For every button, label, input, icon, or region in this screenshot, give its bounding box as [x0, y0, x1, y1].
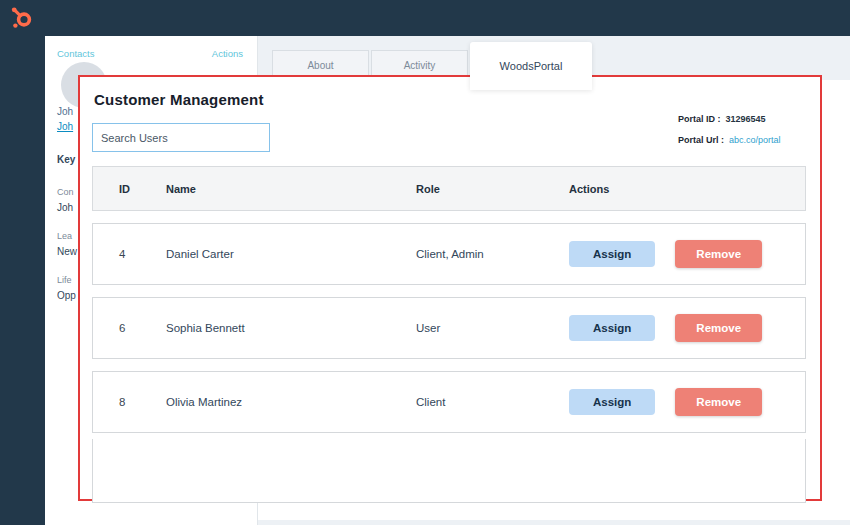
actions-menu[interactable]: Actions: [212, 48, 243, 59]
user-name: Olivia Martinez: [166, 396, 416, 408]
sidebar-header: Contacts Actions: [45, 36, 257, 59]
sidebar-field-value: Joh: [57, 202, 73, 213]
sidebar-field-value: New: [57, 246, 77, 257]
portal-url-link[interactable]: abc.co/portal: [729, 135, 781, 145]
column-header-role: Role: [416, 183, 569, 195]
portal-id-label: Portal ID :: [678, 114, 721, 124]
sidebar-field-value: Opp: [57, 290, 76, 301]
user-id: 6: [119, 322, 166, 334]
remove-button[interactable]: Remove: [675, 388, 762, 416]
table-empty-row: [92, 439, 806, 503]
sidebar-field-label: Con: [57, 187, 74, 197]
user-role: User: [416, 322, 569, 334]
remove-button[interactable]: Remove: [675, 314, 762, 342]
assign-button[interactable]: Assign: [569, 241, 655, 267]
column-header-id: ID: [119, 183, 166, 195]
assign-button[interactable]: Assign: [569, 315, 655, 341]
search-users-input[interactable]: [92, 123, 270, 152]
contacts-breadcrumb[interactable]: Contacts: [57, 48, 95, 59]
remove-button[interactable]: Remove: [675, 240, 762, 268]
user-name: Daniel Carter: [166, 248, 416, 260]
portal-info: Portal ID :31296545 Portal Url :abc.co/p…: [678, 115, 781, 157]
user-role: Client: [416, 396, 569, 408]
assign-button[interactable]: Assign: [569, 389, 655, 415]
hubspot-sprocket-icon[interactable]: [8, 5, 34, 31]
customer-management-modal: Customer Management Portal ID :31296545 …: [78, 75, 822, 501]
column-header-name: Name: [166, 183, 416, 195]
sidebar-field-label: Lea: [57, 231, 72, 241]
portal-id-value: 31296545: [726, 114, 766, 124]
user-role: Client, Admin: [416, 248, 569, 260]
modal-title: Customer Management: [94, 91, 264, 108]
sidebar-section-heading: Key: [57, 154, 75, 165]
user-id: 4: [119, 248, 166, 260]
table-header-row: ID Name Role Actions: [92, 166, 806, 211]
user-id: 8: [119, 396, 166, 408]
table-row: 4 Daniel Carter Client, Admin Assign Rem…: [92, 223, 806, 285]
column-header-actions: Actions: [569, 183, 805, 195]
contact-name: Joh: [57, 106, 73, 117]
user-name: Sophia Bennett: [166, 322, 416, 334]
table-row: 6 Sophia Bennett User Assign Remove: [92, 297, 806, 359]
contact-link[interactable]: Joh: [57, 121, 73, 132]
top-navigation-bar: [0, 0, 850, 36]
table-row: 8 Olivia Martinez Client Assign Remove: [92, 371, 806, 433]
portal-url-label: Portal Url :: [678, 135, 724, 145]
sidebar-field-label: Life: [57, 275, 72, 285]
users-table: ID Name Role Actions 4 Daniel Carter Cli…: [92, 166, 806, 503]
tab-woodsportal[interactable]: WoodsPortal: [470, 42, 592, 90]
